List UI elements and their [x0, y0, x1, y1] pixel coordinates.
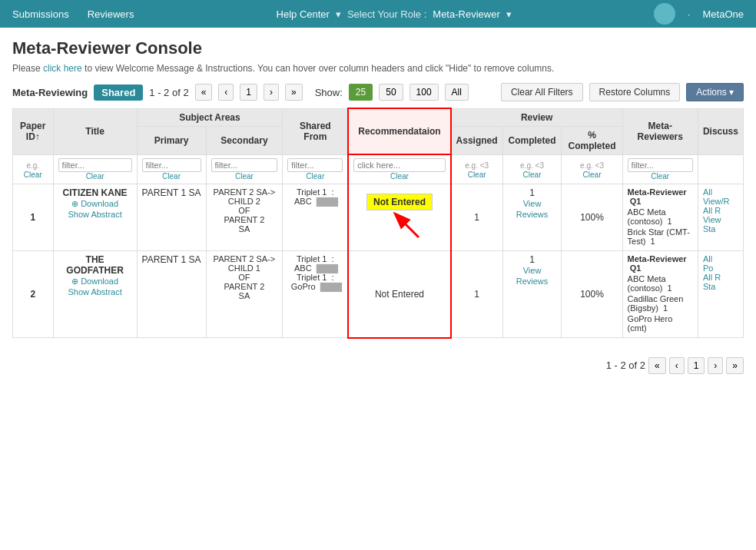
- cell-primary-2: PARENT 1 SA: [137, 251, 206, 338]
- cell-assigned-2: 1: [451, 251, 503, 338]
- col-completed[interactable]: Completed: [502, 126, 562, 154]
- cell-completed-2: 1View Reviews: [502, 251, 562, 338]
- filter-title-cell: Clear: [53, 154, 137, 184]
- bottom-next-page[interactable]: ›: [708, 357, 723, 374]
- col-title[interactable]: Title: [53, 108, 137, 154]
- record-count: 1 - 2 of 2: [149, 87, 188, 98]
- subtitle-link[interactable]: click here: [43, 63, 82, 74]
- col-recommendation[interactable]: Recommendataion: [348, 108, 450, 154]
- filter-title[interactable]: [58, 158, 132, 172]
- clear-pct-completed[interactable]: Clear: [566, 171, 617, 179]
- user-avatar[interactable]: [654, 3, 675, 25]
- prev-page-button[interactable]: ‹: [218, 84, 234, 101]
- next-page-button[interactable]: ›: [264, 84, 279, 101]
- bottom-last-page[interactable]: »: [726, 357, 744, 374]
- col-paper-id[interactable]: Paper ID↑: [13, 108, 54, 154]
- view-reviews-link-2[interactable]: View Reviews: [516, 266, 549, 286]
- filter-shared-from[interactable]: [287, 158, 343, 172]
- discuss-allr-link-1[interactable]: All R: [703, 206, 721, 215]
- page-number-button[interactable]: 1: [240, 84, 257, 101]
- abstract-link-1[interactable]: Show Abstract: [68, 210, 121, 219]
- clear-shared-from[interactable]: Clear: [287, 172, 343, 181]
- discuss-po-link-2[interactable]: Po: [703, 263, 713, 273]
- col-review[interactable]: Review: [451, 108, 622, 126]
- actions-button[interactable]: Actions ▾: [686, 83, 744, 101]
- discuss-all-link-2[interactable]: All: [703, 254, 712, 263]
- cell-secondary-1: PARENT 2 SA->CHILD 2OFPARENT 2SA: [206, 184, 283, 251]
- col-pct-completed[interactable]: % Completed: [562, 126, 622, 154]
- view-reviews-link-1[interactable]: View Reviews: [516, 199, 549, 219]
- first-page-button[interactable]: «: [195, 84, 213, 101]
- col-assigned[interactable]: Assigned: [451, 126, 503, 154]
- discuss-view-link-1[interactable]: View: [703, 215, 721, 224]
- not-entered-plain-2: Not Entered: [375, 289, 424, 300]
- filter-meta-reviewers[interactable]: [628, 158, 693, 172]
- cell-assigned-1: 1: [451, 184, 503, 251]
- table-wrapper: Paper ID↑ Title Subject Areas Shared Fro…: [0, 108, 756, 351]
- cell-shared-from-1: Triplet 1 : ABC ████: [283, 184, 349, 251]
- main-table: Paper ID↑ Title Subject Areas Shared Fro…: [12, 108, 744, 339]
- meta-reviewing-label: Meta-Reviewing: [12, 87, 88, 98]
- filter-secondary-cell: Clear: [206, 154, 283, 184]
- col-discuss[interactable]: Discuss: [698, 108, 743, 154]
- col-primary[interactable]: Primary: [137, 126, 206, 154]
- cell-paper-id-2: 2: [13, 251, 54, 338]
- filter-discuss-cell: [698, 154, 743, 184]
- filter-shared-from-cell: Clear: [283, 154, 349, 184]
- last-page-button[interactable]: »: [285, 84, 303, 101]
- clear-recommendation[interactable]: Clear: [353, 172, 445, 181]
- nav-reviewers[interactable]: Reviewers: [88, 2, 134, 26]
- cell-pct-1: 100%: [562, 184, 622, 251]
- download-link-2[interactable]: ⊕ Download: [71, 277, 118, 286]
- cell-completed-1: 1View Reviews: [502, 184, 562, 251]
- bottom-page-number[interactable]: 1: [688, 357, 705, 374]
- download-link-1[interactable]: ⊕ Download: [71, 199, 118, 208]
- svg-line-0: [400, 218, 419, 237]
- cell-discuss-1: All View/R All R View Sta: [698, 184, 743, 251]
- filter-meta-reviewers-cell: Clear: [622, 154, 698, 184]
- clear-secondary[interactable]: Clear: [211, 172, 278, 181]
- red-arrow-icon: [376, 210, 423, 241]
- show-all-button[interactable]: All: [445, 84, 469, 101]
- col-meta-reviewers[interactable]: Meta-Reviewers: [622, 108, 698, 154]
- clear-assigned[interactable]: Clear: [456, 171, 498, 179]
- restore-columns-button[interactable]: Restore Columns: [589, 83, 681, 101]
- filter-recommendation-cell: Clear: [348, 154, 450, 184]
- col-secondary[interactable]: Secondary: [206, 126, 283, 154]
- nav-help-center[interactable]: Help Center: [277, 2, 330, 26]
- clear-title[interactable]: Clear: [58, 172, 132, 181]
- filter-completed-cell: e.g. <3 Clear: [502, 154, 562, 184]
- col-subject-areas[interactable]: Subject Areas: [137, 108, 283, 126]
- filter-secondary[interactable]: [211, 158, 278, 172]
- clear-paper-id[interactable]: Clear: [18, 171, 48, 179]
- clear-primary[interactable]: Clear: [142, 172, 201, 181]
- bottom-first-page[interactable]: «: [648, 357, 666, 374]
- show-25-button[interactable]: 25: [349, 84, 373, 101]
- filter-recommendation[interactable]: [353, 158, 445, 172]
- site-name: MetaOne: [703, 8, 744, 20]
- col-shared-from[interactable]: Shared From: [283, 108, 349, 154]
- filter-pct-completed-cell: e.g. <3 Clear: [562, 154, 622, 184]
- discuss-sta-link-1[interactable]: Sta: [703, 224, 716, 234]
- filter-primary[interactable]: [142, 158, 201, 172]
- discuss-all-link-1[interactable]: All: [703, 187, 712, 197]
- not-entered-badge-1[interactable]: Not Entered: [366, 194, 433, 210]
- clear-meta-reviewers[interactable]: Clear: [628, 172, 693, 181]
- discuss-allr-link-2[interactable]: All R: [703, 273, 721, 282]
- filter-assigned-cell: e.g. <3 Clear: [451, 154, 503, 184]
- pagination-bottom: 1 - 2 of 2 « ‹ 1 › »: [0, 351, 756, 380]
- cell-discuss-2: All Po All R Sta: [698, 251, 743, 338]
- show-50-button[interactable]: 50: [379, 84, 403, 101]
- cell-shared-from-2: Triplet 1 : ABC ████ Triplet 1 : GoPro █…: [283, 251, 349, 338]
- bottom-prev-page[interactable]: ‹: [669, 357, 685, 374]
- clear-filters-button[interactable]: Clear All Filters: [501, 83, 583, 101]
- show-100-button[interactable]: 100: [410, 84, 439, 101]
- nav-submissions[interactable]: Submissions: [12, 2, 69, 26]
- abstract-link-2[interactable]: Show Abstract: [68, 287, 121, 297]
- discuss-sta-link-2[interactable]: Sta: [703, 282, 716, 291]
- clear-completed[interactable]: Clear: [508, 171, 557, 179]
- toolbar: Meta-Reviewing Shared 1 - 2 of 2 « ‹ 1 ›…: [0, 77, 756, 108]
- discuss-viewr-link-1[interactable]: View/R: [703, 197, 730, 206]
- cell-secondary-2: PARENT 2 SA->CHILD 1OFPARENT 2SA: [206, 251, 283, 338]
- nav-role[interactable]: Meta-Reviewer: [433, 2, 499, 26]
